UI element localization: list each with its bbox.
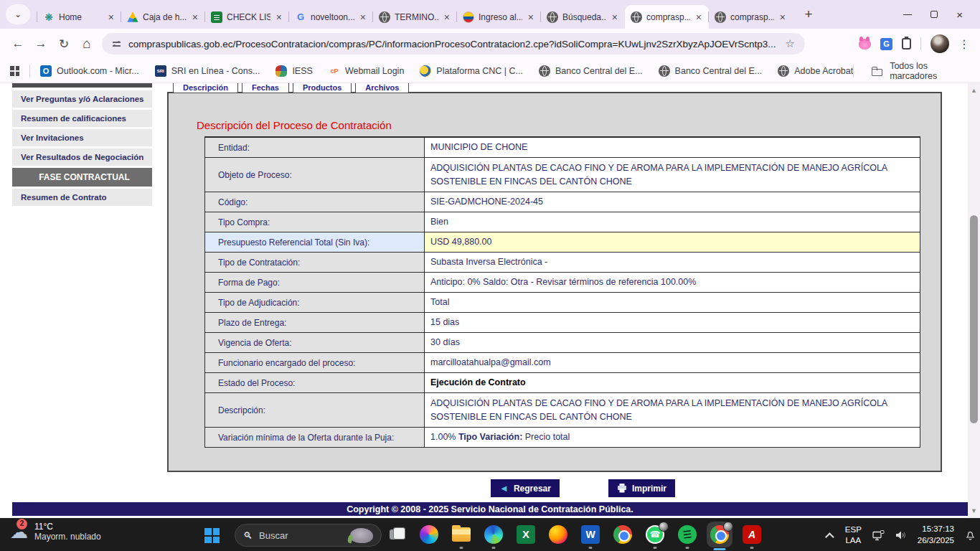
tab-close-icon[interactable]: ×: [443, 11, 451, 23]
bookmark-star-icon[interactable]: ☆: [786, 37, 795, 50]
tab-close-icon[interactable]: ×: [527, 11, 535, 23]
bookmark-favicon: [778, 65, 789, 77]
sidebar-item[interactable]: FASE CONTRACTUAL: [12, 168, 152, 187]
profile-avatar[interactable]: [930, 34, 949, 53]
taskbar-app[interactable]: [517, 525, 535, 544]
taskbar-app[interactable]: [387, 525, 406, 544]
tab-search-caret-icon[interactable]: ⌄: [6, 4, 30, 24]
tab-close-icon[interactable]: ×: [191, 11, 199, 23]
weather-widget[interactable]: ☁2 11°C Mayorm. nublado: [10, 522, 101, 542]
tab-close-icon[interactable]: ×: [107, 11, 116, 23]
browser-tab[interactable]: Caja de h... ×: [121, 5, 205, 29]
translate-icon[interactable]: G: [880, 38, 892, 50]
tab-close-icon[interactable]: ×: [778, 11, 787, 23]
clock[interactable]: 15:37:1326/3/2025: [918, 524, 954, 546]
browser-tab[interactable]: Ingreso al... ×: [457, 5, 541, 29]
volume-icon[interactable]: [895, 530, 907, 540]
taskbar-app[interactable]: [710, 525, 729, 544]
bookmark-item[interactable]: SRI en Línea - Cons...: [155, 65, 260, 77]
taskbar-app[interactable]: [678, 525, 697, 544]
close-icon[interactable]: ×: [956, 9, 963, 21]
bookmark-favicon: [659, 65, 670, 77]
taskbar-app[interactable]: [452, 525, 471, 544]
regresar-button[interactable]: ◄ Regresar: [491, 479, 560, 497]
process-tab[interactable]: Archivos: [355, 83, 409, 93]
browser-menu-icon[interactable]: ⋮: [958, 37, 970, 51]
extensions-icon[interactable]: [902, 38, 911, 50]
scroll-down-icon[interactable]: ▼: [968, 505, 980, 517]
bookmark-item[interactable]: Outlook.com - Micr...: [40, 65, 139, 77]
process-tab[interactable]: Descripción: [173, 83, 238, 93]
browser-tab[interactable]: TERMINO... ×: [373, 5, 457, 29]
start-button[interactable]: [204, 528, 220, 543]
taskbar-search[interactable]: 🔍︎ Buscar: [235, 524, 382, 547]
bookmark-item[interactable]: Banco Central del E...: [659, 65, 763, 77]
tab-close-icon[interactable]: ×: [275, 11, 283, 23]
network-icon[interactable]: [872, 530, 885, 541]
sidebar-item[interactable]: Resumen de Contrato: [12, 189, 152, 206]
sidebar-item[interactable]: Ver Resultados de Negociación: [12, 149, 152, 166]
browser-tab[interactable]: comprasp... ×: [625, 5, 709, 29]
scroll-up-icon[interactable]: ▲: [968, 85, 980, 96]
notification-bell-icon[interactable]: [965, 529, 976, 541]
new-tab-button[interactable]: +: [798, 4, 819, 24]
process-tab[interactable]: Productos: [293, 83, 352, 93]
extension-pink-icon[interactable]: [859, 39, 871, 50]
taskbar-app[interactable]: [613, 525, 632, 544]
tray-chevron-icon[interactable]: [825, 532, 834, 542]
browser-tab[interactable]: Búsqueda... ×: [541, 5, 625, 29]
tab-title: Home: [59, 12, 103, 22]
taskbar-app[interactable]: [581, 525, 600, 544]
bookmark-favicon: [329, 65, 340, 77]
language-indicator[interactable]: ESPLAA: [845, 524, 862, 546]
all-bookmarks[interactable]: Todos los marcadores: [853, 61, 970, 81]
address-bar[interactable]: compraspublicas.gob.ec/ProcesoContrataci…: [102, 33, 805, 55]
row-value: Bien: [425, 212, 920, 232]
url-text[interactable]: compraspublicas.gob.ec/ProcesoContrataci…: [128, 39, 779, 50]
tab-favicon: [715, 11, 726, 23]
page-scrollbar[interactable]: ▲ ▼: [968, 83, 980, 518]
row-label: Objeto de Proceso:: [205, 158, 425, 192]
maximize-icon[interactable]: [930, 11, 938, 18]
taskbar-app[interactable]: [549, 525, 567, 544]
home-icon[interactable]: ⌂: [76, 33, 98, 55]
tab-close-icon[interactable]: ×: [359, 11, 367, 23]
taskbar-app[interactable]: [484, 525, 503, 544]
app-running-indicator: [589, 547, 593, 549]
forward-icon[interactable]: →: [30, 33, 52, 55]
bookmark-item[interactable]: Adobe Acrobat: [778, 65, 853, 77]
row-value: 1.00% Tipo Variación: Precio total: [425, 428, 920, 447]
browser-tab[interactable]: CHECK LIS... ×: [205, 5, 289, 29]
printer-icon: [617, 484, 627, 493]
browser-tab[interactable]: noveltoon... ×: [289, 5, 373, 29]
taskbar-app[interactable]: [420, 525, 438, 544]
bookmark-item[interactable]: Plataforma CNC | C...: [420, 65, 523, 77]
minimize-icon[interactable]: [903, 14, 912, 15]
taskbar-app[interactable]: [646, 525, 664, 544]
tab-close-icon[interactable]: ×: [611, 11, 619, 23]
bookmark-item[interactable]: Webmail Login: [329, 65, 404, 77]
bookmark-item[interactable]: Banco Central del E...: [539, 65, 643, 77]
search-placeholder: Buscar: [259, 530, 288, 541]
scrollbar-thumb[interactable]: [970, 215, 978, 423]
site-info-icon[interactable]: [112, 39, 122, 48]
app-icon: [484, 525, 503, 544]
sidebar-item[interactable]: Resumen de calificaciones: [12, 110, 152, 127]
imprimir-button[interactable]: Imprimir: [608, 479, 675, 497]
sidebar-item[interactable]: Ver Invitaciones: [12, 129, 152, 146]
bookmark-label: IESS: [292, 66, 313, 76]
browser-tab[interactable]: Home ×: [37, 5, 121, 29]
process-tab[interactable]: Fechas: [242, 83, 289, 93]
back-icon[interactable]: ←: [7, 33, 29, 55]
browser-tab[interactable]: comprasp... ×: [709, 5, 793, 29]
taskbar-app[interactable]: [743, 525, 761, 544]
tab-close-icon[interactable]: ×: [694, 11, 703, 23]
sidebar-item[interactable]: Ver Preguntas y/ó Aclaraciones: [12, 90, 152, 108]
toolbar-right-icons: G ⋮: [859, 34, 973, 53]
reload-icon[interactable]: ↻: [53, 33, 75, 55]
copyright-bar: Copyright © 2008 - 2025 Servicio Naciona…: [12, 502, 968, 516]
app-icon: [452, 527, 471, 542]
bookmark-item[interactable]: IESS: [275, 65, 313, 77]
table-row: Tipo de Contratación: Subasta Inversa El…: [205, 252, 920, 272]
apps-grid-icon[interactable]: [10, 66, 19, 76]
